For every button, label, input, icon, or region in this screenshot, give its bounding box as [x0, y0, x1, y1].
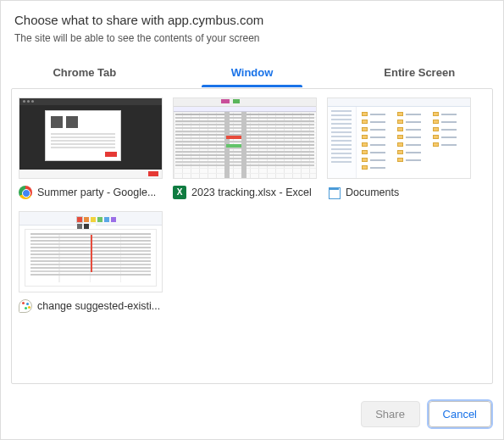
window-thumbnail — [19, 211, 163, 292]
window-label: change suggested-existi... — [37, 300, 160, 312]
window-caption: Documents — [327, 186, 471, 199]
cancel-button[interactable]: Cancel — [429, 401, 491, 427]
window-item-chrome[interactable]: Summer party - Google... — [19, 97, 163, 199]
window-caption: X 2023 tracking.xlsx - Excel — [173, 186, 317, 199]
window-thumbnail — [327, 97, 471, 179]
excel-icon: X — [173, 186, 186, 199]
window-caption: change suggested-existi... — [19, 299, 163, 313]
tab-entire-screen[interactable]: Entire Screen — [335, 56, 503, 87]
tab-window[interactable]: Window — [169, 56, 336, 87]
window-label: Documents — [346, 187, 399, 198]
paint-icon — [19, 299, 32, 313]
dialog-footer: Share Cancel — [1, 393, 503, 439]
dialog-subtitle: The site will be able to see the content… — [14, 32, 490, 44]
window-grid: Summer party - Google... X 2023 tracking… — [19, 97, 485, 313]
window-thumbnail — [173, 97, 317, 179]
dialog-title: Choose what to share with app.cymbus.com — [14, 13, 490, 27]
dialog-header: Choose what to share with app.cymbus.com… — [1, 1, 503, 49]
window-list-panel: Summer party - Google... X 2023 tracking… — [11, 88, 493, 384]
file-explorer-icon — [327, 186, 341, 199]
window-label: Summer party - Google... — [37, 187, 156, 198]
source-tabs: Chrome Tab Window Entire Screen — [1, 56, 503, 88]
window-item-explorer[interactable]: Documents — [327, 97, 471, 199]
window-item-paint[interactable]: change suggested-existi... — [19, 211, 163, 313]
window-item-excel[interactable]: X 2023 tracking.xlsx - Excel — [173, 97, 317, 199]
window-thumbnail — [19, 97, 163, 179]
share-button[interactable]: Share — [361, 401, 420, 427]
window-caption: Summer party - Google... — [19, 186, 163, 199]
tab-chrome-tab[interactable]: Chrome Tab — [1, 56, 169, 87]
chrome-icon — [19, 186, 32, 199]
window-label: 2023 tracking.xlsx - Excel — [191, 187, 312, 198]
